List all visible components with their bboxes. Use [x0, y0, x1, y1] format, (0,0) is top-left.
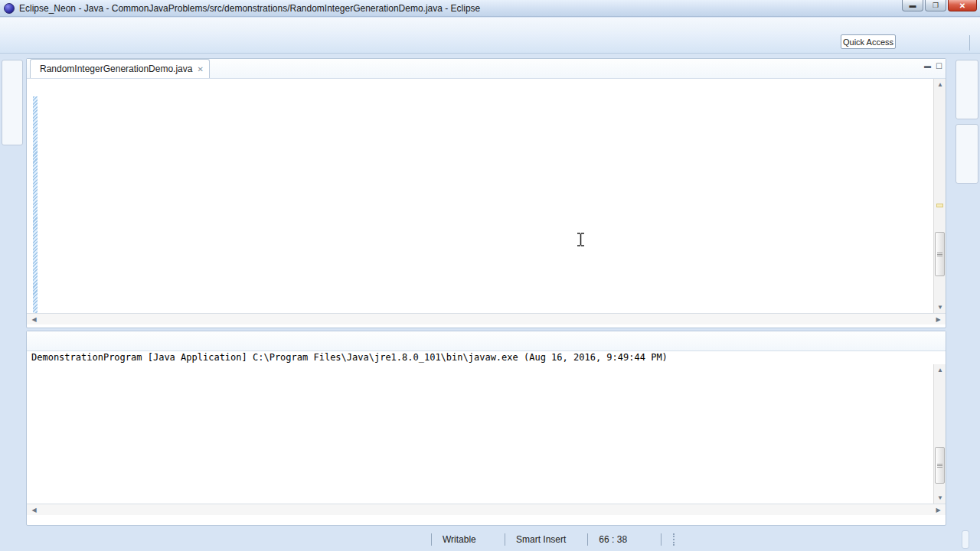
console-output-area[interactable]: ▲ ▼ [27, 364, 946, 504]
console-tab-bar [27, 331, 946, 351]
status-bar: Writable Smart Insert 66 : 38 [0, 528, 980, 551]
editor-tab-bar: RandomIntegerGenerationDemo.java ✕ ▬ ☐ [27, 59, 946, 79]
status-grip [673, 533, 676, 546]
collapsed-package-explorer [2, 60, 23, 145]
code-lines [27, 79, 933, 82]
scroll-up-icon[interactable]: ▲ [934, 79, 946, 90]
scroll-right-icon[interactable]: ▶ [933, 504, 944, 515]
restore-button[interactable]: ❐ [925, 0, 946, 11]
main-toolbar: Quick Access [0, 32, 980, 54]
console-process-header: DemonstrationProgram [Java Application] … [27, 351, 946, 364]
close-tab-icon[interactable]: ✕ [197, 65, 203, 73]
scroll-right-icon[interactable]: ▶ [933, 314, 944, 324]
minimize-button[interactable]: ▬ [902, 0, 923, 11]
cursor-position-status: 66 : 38 [587, 533, 661, 546]
quick-access-field[interactable]: Quick Access [841, 34, 896, 49]
scroll-up-icon[interactable]: ▲ [934, 364, 946, 376]
editor-panel: RandomIntegerGenerationDemo.java ✕ ▬ ☐ ▲… [26, 58, 946, 328]
scroll-down-icon[interactable]: ▼ [934, 492, 946, 504]
console-vscroll-thumb[interactable] [935, 447, 945, 484]
eclipse-logo-icon [4, 3, 15, 14]
console-vertical-scrollbar[interactable]: ▲ ▼ [933, 364, 946, 504]
divider [661, 533, 665, 546]
scroll-left-icon[interactable]: ◀ [28, 314, 40, 324]
workspace: RandomIntegerGenerationDemo.java ✕ ▬ ☐ ▲… [0, 54, 980, 528]
code-editor-area[interactable]: ▲ ▼ [27, 79, 946, 313]
title-bar[interactable]: Eclipse_Neon - Java - CommonJavaProblems… [0, 0, 980, 17]
eclipse-window: Eclipse_Neon - Java - CommonJavaProblems… [0, 0, 980, 551]
insert-mode-status: Smart Insert [505, 533, 587, 546]
tab-randomintegergenerationdemo[interactable]: RandomIntegerGenerationDemo.java ✕ [30, 59, 210, 78]
console-horizontal-scrollbar[interactable]: ◀ ▶ [27, 504, 946, 515]
editor-horizontal-scrollbar[interactable]: ◀ ▶ [27, 313, 946, 324]
perspective-switcher [965, 34, 974, 52]
menu-bar [0, 18, 980, 32]
divider [969, 35, 970, 51]
collapsed-task-list [956, 60, 978, 119]
status-tray [962, 530, 969, 549]
console-panel: DemonstrationProgram [Java Application] … [26, 331, 946, 526]
minimize-view-icon[interactable]: ▬ [924, 62, 931, 70]
window-title: Eclipse_Neon - Java - CommonJavaProblems… [19, 3, 480, 14]
collapsed-outline [956, 124, 978, 184]
editor-vertical-scrollbar[interactable]: ▲ ▼ [933, 79, 946, 313]
range-indicator [33, 96, 38, 313]
writable-status: Writable [431, 533, 505, 546]
editor-tab-label: RandomIntegerGenerationDemo.java [40, 64, 192, 74]
mouse-cursor-ibeam [577, 233, 585, 249]
maximize-view-icon[interactable]: ☐ [936, 62, 942, 70]
close-button[interactable]: ✕ [948, 0, 977, 11]
scroll-left-icon[interactable]: ◀ [28, 504, 40, 515]
scroll-down-icon[interactable]: ▼ [934, 302, 946, 313]
editor-vscroll-thumb[interactable] [935, 232, 945, 276]
occurrence-marker[interactable] [936, 204, 943, 207]
